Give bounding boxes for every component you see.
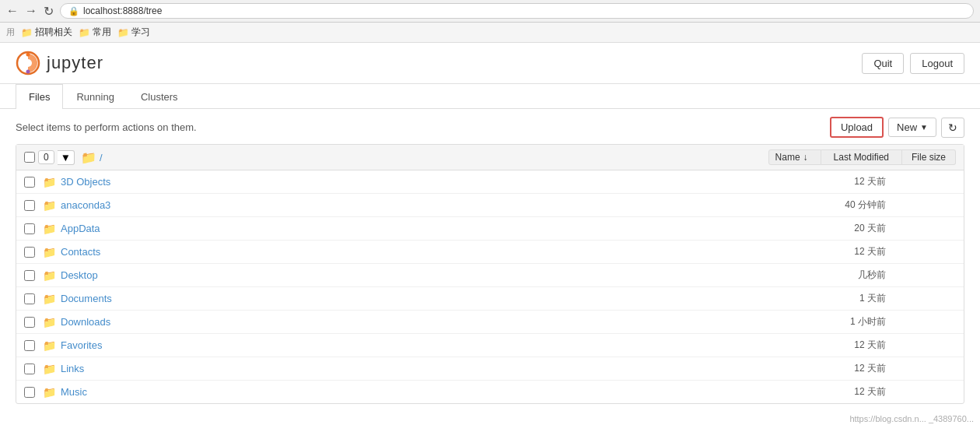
folder-icon: 📁 [43, 176, 56, 188]
folder-icon: 📁 [43, 339, 56, 352]
reload-button[interactable]: ↻ [44, 4, 54, 19]
main-content: Select items to perform actions on them.… [0, 109, 980, 412]
file-name-link[interactable]: Contacts [61, 246, 800, 258]
file-modified: 12 天前 [800, 339, 894, 352]
upload-button[interactable]: Upload [830, 117, 884, 138]
folder-icon: 📁 [117, 27, 129, 38]
file-list: 0 ▼ 📁 / Name ↓ Last Modified File size [16, 144, 964, 404]
bookmark-学习[interactable]: 📁 学习 [117, 26, 150, 39]
tab-clusters[interactable]: Clusters [128, 84, 191, 109]
bookmark-label: 学习 [131, 26, 150, 39]
row-checkbox[interactable] [24, 364, 35, 374]
tabs-bar: Files Running Clusters [0, 84, 980, 109]
table-row: 📁 Links 12 天前 [16, 357, 964, 381]
logo-text: jupyter [47, 53, 103, 73]
bookmark-label: 常用 [93, 26, 111, 39]
file-modified: 12 天前 [800, 175, 894, 188]
app-header: jupyter Quit Logout [0, 43, 980, 84]
new-button[interactable]: New ▼ [888, 118, 936, 137]
url-text: localhost:8888/tree [83, 5, 162, 16]
row-checkbox[interactable] [24, 200, 35, 211]
bookmarks-bar: 用 📁 招聘相关 📁 常用 📁 学习 [0, 23, 980, 43]
folder-icon: 📁 [43, 293, 56, 305]
select-dropdown[interactable]: ▼ [58, 150, 75, 165]
table-row: 📁 Downloads 1 小时前 [16, 311, 964, 334]
row-checkbox[interactable] [24, 340, 35, 351]
bookmarks-label: 用 [6, 26, 15, 38]
folder-icon: 📁 [81, 150, 96, 165]
file-name-link[interactable]: Music [61, 386, 800, 398]
bookmark-label: 招聘相关 [35, 26, 72, 39]
file-name-link[interactable]: Desktop [61, 269, 800, 281]
file-rows-container: 📁 3D Objects 12 天前 📁 anaconda3 40 分钟前 📁 … [16, 170, 964, 403]
folder-icon: 📁 [43, 316, 56, 328]
folder-icon: 📁 [79, 27, 90, 38]
file-name-link[interactable]: Documents [61, 293, 800, 304]
folder-icon: 📁 [21, 27, 33, 38]
folder-icon: 📁 [43, 386, 56, 399]
file-name-link[interactable]: AppData [61, 223, 800, 234]
jupyter-logo: jupyter [16, 51, 103, 76]
file-modified: 12 天前 [800, 245, 894, 258]
select-all-checkbox[interactable] [24, 152, 35, 163]
refresh-icon: ↻ [948, 121, 957, 134]
back-button[interactable]: ← [6, 4, 19, 18]
header-buttons: Quit Logout [862, 53, 964, 74]
file-modified: 12 天前 [800, 385, 894, 399]
file-modified: 12 天前 [800, 362, 894, 375]
file-name-link[interactable]: anaconda3 [61, 199, 800, 211]
breadcrumb: 📁 / [81, 150, 768, 165]
folder-icon: 📁 [43, 363, 56, 375]
bookmark-常用[interactable]: 📁 常用 [79, 26, 111, 39]
file-modified: 几秒前 [800, 269, 894, 282]
folder-icon: 📁 [43, 199, 56, 212]
lock-icon: 🔒 [68, 6, 79, 16]
row-checkbox[interactable] [24, 387, 35, 398]
file-modified: 1 小时前 [800, 315, 894, 328]
file-name-link[interactable]: Links [61, 363, 800, 374]
new-dropdown-caret: ▼ [920, 123, 928, 132]
file-name-link[interactable]: Favorites [61, 339, 800, 351]
toolbar-right: Upload New ▼ ↻ [830, 117, 964, 138]
row-checkbox[interactable] [24, 223, 35, 234]
select-all-area: 0 ▼ [24, 150, 75, 165]
file-modified: 40 分钟前 [800, 198, 894, 212]
file-name-link[interactable]: Downloads [61, 316, 800, 328]
file-name-link[interactable]: 3D Objects [61, 176, 800, 188]
jupyter-logo-icon [16, 51, 40, 76]
browser-chrome: ← → ↻ 🔒 localhost:8888/tree [0, 0, 980, 23]
row-checkbox[interactable] [24, 177, 35, 188]
row-checkbox[interactable] [24, 270, 35, 281]
table-row: 📁 AppData 20 天前 [16, 217, 964, 241]
bookmark-招聘相关[interactable]: 📁 招聘相关 [21, 26, 72, 39]
tab-running[interactable]: Running [63, 84, 127, 109]
quit-button[interactable]: Quit [862, 53, 904, 74]
refresh-button[interactable]: ↻ [941, 118, 964, 138]
table-row: 📁 Music 12 天前 [16, 381, 964, 403]
tab-files[interactable]: Files [16, 84, 63, 109]
folder-icon: 📁 [43, 246, 56, 258]
table-row: 📁 Documents 1 天前 [16, 287, 964, 311]
svg-point-2 [26, 53, 30, 57]
file-list-header: 0 ▼ 📁 / Name ↓ Last Modified File size [16, 145, 964, 170]
row-checkbox[interactable] [24, 317, 35, 328]
svg-point-1 [24, 59, 32, 67]
svg-point-3 [26, 70, 30, 74]
selected-count: 0 [38, 150, 54, 164]
table-row: 📁 Contacts 12 天前 [16, 241, 964, 264]
folder-icon: 📁 [43, 223, 56, 235]
toolbar: Select items to perform actions on them.… [16, 117, 964, 138]
file-modified: 20 天前 [800, 222, 894, 235]
column-headers: Name ↓ Last Modified File size [768, 149, 956, 165]
path-slash[interactable]: / [100, 152, 103, 163]
address-bar[interactable]: 🔒 localhost:8888/tree [60, 3, 974, 19]
forward-button[interactable]: → [25, 4, 37, 18]
table-row: 📁 anaconda3 40 分钟前 [16, 194, 964, 217]
col-filesize-header[interactable]: File size [902, 149, 956, 165]
row-checkbox[interactable] [24, 293, 35, 304]
row-checkbox[interactable] [24, 247, 35, 258]
col-name-header[interactable]: Name ↓ [768, 149, 821, 165]
table-row: 📁 3D Objects 12 天前 [16, 170, 964, 194]
col-modified-header[interactable]: Last Modified [821, 149, 902, 165]
logout-button[interactable]: Logout [910, 53, 964, 74]
